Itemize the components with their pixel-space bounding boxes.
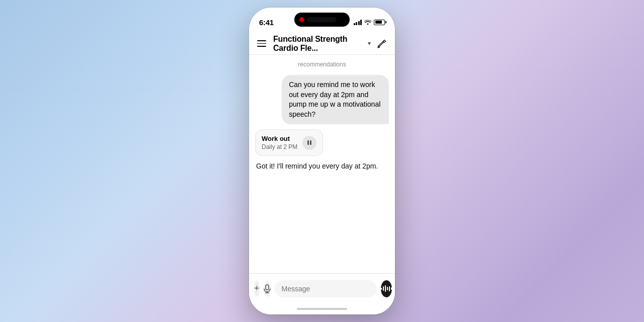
nav-title-text: Functional Strength Cardio Fle... [273,35,366,53]
wifi-icon [364,19,371,26]
wave-4 [387,287,388,290]
battery-fill [375,21,382,24]
battery-icon [374,20,385,25]
menu-line-2 [257,43,266,44]
wave-5 [389,286,390,291]
home-indicator [249,303,395,314]
signal-bar-2 [356,22,357,25]
status-time: 6:41 [259,18,274,27]
reminder-card: Work out Daily at 2 PM [255,129,323,156]
nav-title[interactable]: Functional Strength Cardio Fle... ▾ [273,35,371,53]
svg-rect-0 [266,285,269,290]
edit-button[interactable] [375,37,389,51]
nav-bar: Functional Strength Cardio Fle... ▾ [249,33,395,55]
user-message-bubble: Can you remind me to work out every day … [282,75,389,124]
wave-1 [381,288,382,290]
pause-icon [307,140,311,145]
reminder-pause-button[interactable] [302,136,316,150]
status-bar: 6:41 [249,8,395,33]
chat-area[interactable]: recommendations Can you remind me to wor… [249,55,395,273]
pause-bar-2 [310,140,311,145]
island-bar [307,17,337,22]
status-icons [354,19,385,26]
audio-waveform-button[interactable] [381,280,392,297]
ai-response-content: Got it! I'll remind you every day at 2pm… [256,162,378,170]
menu-button[interactable] [255,37,269,51]
phone-frame: 6:41 [249,8,395,314]
signal-icon [354,19,362,25]
user-message-text: Can you remind me to work out every day … [289,80,380,118]
menu-line-3 [257,46,266,47]
input-bar: + [249,273,395,303]
island-camera-dot [299,17,304,22]
wave-3 [385,285,386,292]
reminder-info: Work out Daily at 2 PM [262,135,297,150]
menu-line-1 [257,40,266,41]
signal-bar-4 [360,20,362,25]
truncated-text: recommendations [255,59,389,70]
add-attachment-button[interactable]: + [254,281,260,297]
signal-bar-3 [358,21,360,25]
wave-2 [383,286,384,291]
home-bar [297,308,347,310]
mic-button[interactable] [264,281,271,297]
ai-response-text: Got it! I'll remind you every day at 2pm… [255,161,379,172]
reminder-schedule: Daily at 2 PM [262,143,297,150]
audio-waves-icon [381,285,392,292]
chevron-down-icon: ▾ [368,40,371,47]
reminder-title: Work out [262,135,297,142]
wave-6 [391,287,392,290]
plus-icon: + [254,283,260,294]
pause-bar-1 [307,140,309,145]
signal-bar-1 [354,23,355,25]
message-input[interactable] [275,280,377,297]
dynamic-island [294,13,350,27]
